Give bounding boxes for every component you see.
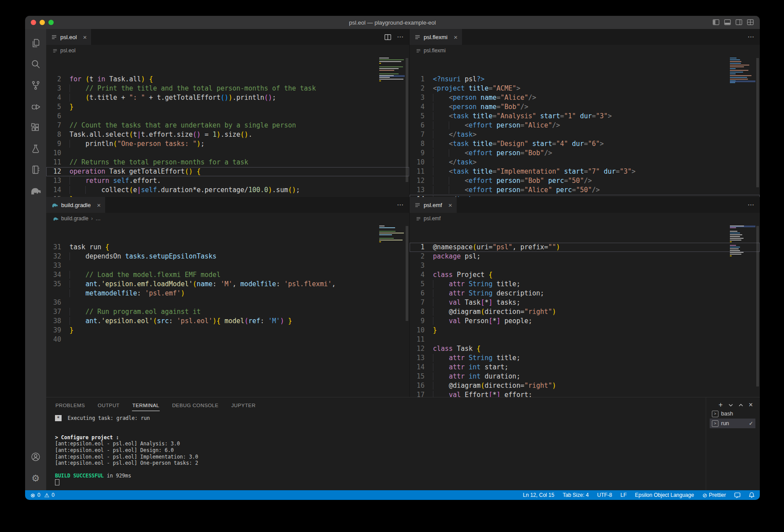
code-line[interactable]: 9 val Person[*] people; <box>410 317 760 326</box>
code-line[interactable]: 38 ant.'epsilon.eol'(src: 'psl.eol'){ mo… <box>46 317 409 326</box>
code-editor-build-gradle[interactable]: 31task run {32 dependsOn tasks.setupEpsi… <box>46 224 409 397</box>
code-line[interactable]: 11// Returns the total person-months for… <box>46 158 409 167</box>
breadcrumb-item[interactable]: psl.emf <box>424 215 441 222</box>
breadcrumb-item[interactable]: … <box>95 215 101 222</box>
code-line[interactable]: metamodelfile: 'psl.emf') <box>46 289 409 298</box>
code-line[interactable]: 1@namespace(uri="psl", prefix="") <box>410 243 760 252</box>
tab-psl-flexmi[interactable]: psl.flexmi × <box>410 29 462 45</box>
sidebar-item-search[interactable] <box>25 54 46 75</box>
terminal-instance-bash[interactable]: >bash <box>710 409 755 419</box>
settings-button[interactable]: ⚙ <box>25 467 46 488</box>
minimize-window-button[interactable] <box>40 20 45 25</box>
code-line[interactable]: 13 <effort person="Alice" perc="50"/> <box>410 186 760 195</box>
sidebar-item-notebook[interactable] <box>25 159 46 180</box>
code-editor-psl-eol[interactable]: 2for (t in Task.all) {3 // Print the tit… <box>46 56 409 197</box>
code-line[interactable]: 34 // Load the model.flexmi EMF model <box>46 270 409 280</box>
scrollbar[interactable] <box>755 56 760 197</box>
minimap[interactable] <box>379 226 405 245</box>
status-indentation[interactable]: Tab Size: 4 <box>563 492 589 498</box>
code-line[interactable]: 2<project title="ACME"> <box>410 84 760 93</box>
scrollbar[interactable] <box>405 224 409 397</box>
code-line[interactable]: 40 <box>46 335 409 344</box>
code-line[interactable]: 4 (t.title + ": " + t.getTotalEffort()).… <box>46 93 409 102</box>
panel-tab-problems[interactable]: PROBLEMS <box>55 399 85 411</box>
code-line[interactable]: 5 attr String title; <box>410 280 760 289</box>
code-line[interactable]: 6 attr String description; <box>410 289 760 298</box>
code-line[interactable]: 7 val Task[*] tasks; <box>410 298 760 307</box>
status-cursor-position[interactable]: Ln 12, Col 15 <box>523 492 554 498</box>
code-line[interactable]: 5} <box>46 102 409 112</box>
code-line[interactable]: 36 <box>46 298 409 307</box>
code-line[interactable]: 8 @diagram(direction="right") <box>410 307 760 317</box>
toggle-panel-icon[interactable] <box>724 19 731 25</box>
code-line[interactable]: 5 <task title="Analysis" start="1" dur="… <box>410 112 760 121</box>
code-line[interactable]: 9 <effort person="Bob"/> <box>410 149 760 158</box>
minimap[interactable] <box>730 58 755 84</box>
scrollbar[interactable] <box>755 224 760 397</box>
tab-psl-eol[interactable]: psl.eol × <box>46 29 91 45</box>
status-language-mode[interactable]: Epsilon Object Language <box>635 492 694 498</box>
feedback-icon[interactable] <box>734 492 740 498</box>
breadcrumb[interactable]: psl.emf <box>410 213 760 224</box>
split-editor-icon[interactable] <box>385 34 391 40</box>
sidebar-item-extensions[interactable] <box>25 117 46 138</box>
more-actions-icon[interactable]: ⋯ <box>397 201 404 209</box>
sidebar-item-gradle[interactable] <box>25 180 46 201</box>
code-line[interactable]: 7// Count the tasks that are undertaken … <box>46 121 409 130</box>
titlebar[interactable]: psl.eol — playground-example-eol <box>25 16 760 29</box>
code-line[interactable]: 3 <person name="Alice"/> <box>410 93 760 102</box>
code-line[interactable]: 2package psl; <box>410 252 760 261</box>
status-eol-sequence[interactable]: LF <box>620 492 626 498</box>
panel-tab-debug-console[interactable]: DEBUG CONSOLE <box>172 399 219 411</box>
code-line[interactable]: 15 attr int duration; <box>410 372 760 381</box>
code-line[interactable]: 8 <task title="Design" start="4" dur="6"… <box>410 139 760 149</box>
code-line[interactable]: 12operation Task getTotalEffort() { <box>46 167 409 176</box>
breadcrumb[interactable]: psl.flexmi <box>410 45 760 56</box>
code-line[interactable]: 4 <person name="Bob"/> <box>410 102 760 112</box>
code-line[interactable]: 35 ant.'epsilon.emf.loadModel'(name: 'M'… <box>46 280 409 289</box>
code-line[interactable]: 10} <box>410 326 760 335</box>
terminal-instance-run[interactable]: >run✓ <box>710 419 755 428</box>
status-prettier[interactable]: ⊘Prettier <box>702 492 726 499</box>
code-line[interactable]: 2for (t in Task.all) { <box>46 75 409 84</box>
code-line[interactable]: 13 return self.effort. <box>46 176 409 186</box>
code-line[interactable]: 3 // Print the title and the total perso… <box>46 84 409 93</box>
code-line[interactable]: 11 <task title="Implementation" start="7… <box>410 167 760 176</box>
code-line[interactable]: 31task run { <box>46 243 409 252</box>
close-tab-icon[interactable]: × <box>97 202 101 208</box>
accounts-button[interactable] <box>25 446 46 467</box>
code-line[interactable]: 10 </task> <box>410 158 760 167</box>
code-line[interactable]: 17 val Effort[*] effort; <box>410 390 760 397</box>
close-tab-icon[interactable]: × <box>448 202 452 208</box>
code-line[interactable]: 12class Task { <box>410 344 760 353</box>
close-tab-icon[interactable]: × <box>83 34 87 40</box>
minimap-line[interactable] <box>379 80 405 82</box>
panel-tab-output[interactable]: OUTPUT <box>97 399 120 411</box>
minimap-line[interactable] <box>730 82 755 84</box>
code-line[interactable]: 13 attr String title; <box>410 353 760 363</box>
status-encoding[interactable]: UTF-8 <box>597 492 612 498</box>
more-actions-icon[interactable]: ⋯ <box>747 201 755 209</box>
code-line[interactable]: 7 </task> <box>410 130 760 139</box>
close-window-button[interactable] <box>31 20 36 25</box>
more-actions-icon[interactable]: ⋯ <box>747 33 755 41</box>
minimap-line[interactable] <box>379 243 405 245</box>
toggle-primary-sidebar-icon[interactable] <box>713 19 719 25</box>
tab-build-gradle[interactable]: build.gradle × <box>46 197 105 213</box>
breadcrumb-item[interactable]: build.gradle <box>61 215 88 222</box>
code-line[interactable]: 6 <effort person="Alice"/> <box>410 121 760 130</box>
code-line[interactable]: 3 <box>410 261 760 270</box>
sidebar-item-explorer[interactable] <box>25 33 46 54</box>
problems-status[interactable]: ⊗ 0 ⚠ 0 <box>30 492 55 499</box>
terminal-output[interactable]: * Executing task: gradle: run > Configur… <box>55 415 700 489</box>
sidebar-item-run-and-debug[interactable] <box>25 96 46 117</box>
panel-tab-jupyter[interactable]: JUPYTER <box>231 399 256 411</box>
more-actions-icon[interactable]: ⋯ <box>397 33 404 41</box>
scrollbar[interactable] <box>405 56 409 197</box>
breadcrumb[interactable]: psl.eol <box>46 45 409 56</box>
code-editor-psl-emf[interactable]: 1@namespace(uri="psl", prefix="")2packag… <box>410 224 760 397</box>
minimap[interactable] <box>379 58 405 82</box>
breadcrumb-item[interactable]: psl.eol <box>60 47 76 54</box>
breadcrumb[interactable]: build.gradle › … <box>46 213 409 224</box>
minimap[interactable] <box>730 226 755 259</box>
